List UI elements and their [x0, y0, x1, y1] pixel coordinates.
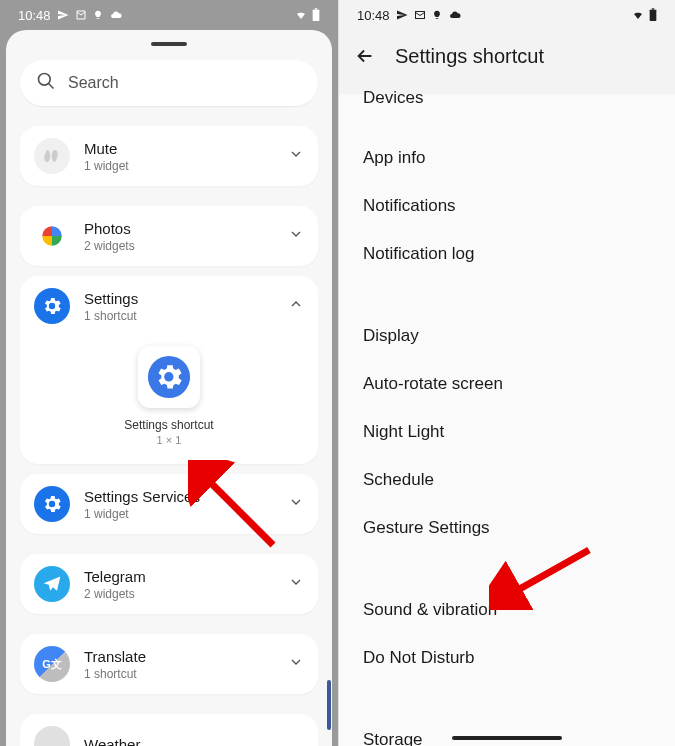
svg-rect-5 [650, 10, 657, 21]
clock: 10:48 [357, 8, 390, 23]
cloud-icon [448, 9, 462, 21]
send-icon [57, 9, 69, 21]
app-sub: 2 widgets [84, 239, 274, 253]
svg-rect-1 [315, 8, 318, 9]
widget-sheet: Mute 1 widget Photos 2 widgets [6, 30, 332, 746]
telegram-icon [34, 566, 70, 602]
shortcut-label: Settings shortcut [124, 418, 213, 432]
widget-row-mute[interactable]: Mute 1 widget [20, 126, 318, 186]
settings-icon [34, 288, 70, 324]
photos-icon [34, 218, 70, 254]
mail-icon [75, 9, 87, 21]
wifi-icon [631, 9, 645, 21]
app-name: Mute [84, 140, 274, 157]
widget-row-settings-expanded: Settings 1 shortcut Settings shortcut 1 … [20, 276, 318, 464]
title-bar: Settings shortcut [339, 30, 675, 94]
app-sub: 1 shortcut [84, 309, 274, 323]
clock: 10:48 [18, 8, 51, 23]
app-sub: 1 widget [84, 507, 274, 521]
app-name: Telegram [84, 568, 274, 585]
wifi-icon [294, 9, 308, 21]
widget-picker-screen: 10:48 [0, 0, 339, 746]
setting-item-schedule[interactable]: Schedule [363, 456, 651, 504]
setting-item-auto-rotate[interactable]: Auto-rotate screen [363, 360, 651, 408]
setting-item-notifications[interactable]: Notifications [363, 182, 651, 230]
battery-icon [649, 8, 657, 22]
setting-item-display[interactable]: Display [363, 312, 651, 360]
chevron-up-icon [288, 296, 304, 316]
app-name: Weather [84, 736, 304, 747]
bulb-icon [432, 9, 442, 21]
send-icon [396, 9, 408, 21]
cloud-icon [109, 9, 123, 21]
app-name: Photos [84, 220, 274, 237]
chevron-down-icon [288, 146, 304, 166]
app-sub: 1 shortcut [84, 667, 274, 681]
svg-point-3 [148, 356, 190, 398]
nav-handle[interactable] [452, 736, 562, 740]
chevron-down-icon [288, 494, 304, 514]
setting-item-devices[interactable]: Devices [339, 88, 675, 116]
settings-shortcut-tile[interactable] [138, 346, 200, 408]
widget-row-telegram[interactable]: Telegram 2 widgets [20, 554, 318, 614]
widget-row-translate[interactable]: G文 Translate 1 shortcut [20, 634, 318, 694]
app-name: Settings Services [84, 488, 274, 505]
app-sub: 2 widgets [84, 587, 274, 601]
setting-item-storage[interactable]: Storage [363, 716, 651, 746]
setting-item-gesture[interactable]: Gesture Settings [363, 504, 651, 552]
chevron-down-icon [288, 574, 304, 594]
svg-rect-0 [313, 10, 320, 21]
settings-list[interactable]: App info Notifications Notification log … [339, 122, 675, 746]
search-box[interactable] [20, 60, 318, 106]
weather-icon [34, 726, 70, 746]
setting-item-sound-vibration[interactable]: Sound & vibration [363, 586, 651, 634]
svg-rect-6 [652, 8, 655, 9]
widget-row-weather[interactable]: Weather [20, 714, 318, 746]
widget-list[interactable]: Mute 1 widget Photos 2 widgets [6, 116, 332, 746]
translate-icon: G文 [34, 646, 70, 682]
widget-row-photos[interactable]: Photos 2 widgets [20, 206, 318, 266]
setting-item-notification-log[interactable]: Notification log [363, 230, 651, 278]
app-sub: 1 widget [84, 159, 274, 173]
search-icon [36, 71, 56, 95]
chevron-down-icon [288, 654, 304, 674]
shortcut-dimensions: 1 × 1 [157, 434, 182, 446]
settings-services-icon [34, 486, 70, 522]
app-name: Translate [84, 648, 274, 665]
bulb-icon [93, 9, 103, 21]
scrollbar[interactable] [327, 680, 331, 730]
battery-icon [312, 8, 320, 22]
mail-icon [414, 9, 426, 21]
search-input[interactable] [68, 74, 302, 92]
page-title: Settings shortcut [395, 45, 544, 68]
setting-item-night-light[interactable]: Night Light [363, 408, 651, 456]
mute-icon [34, 138, 70, 174]
setting-item-dnd[interactable]: Do Not Disturb [363, 634, 651, 682]
settings-shortcut-screen: 10:48 Settings shortcut Devices App info… [339, 0, 675, 746]
back-button[interactable] [353, 44, 377, 68]
widget-row-settings-services[interactable]: Settings Services 1 widget [20, 474, 318, 534]
svg-point-2 [39, 74, 51, 86]
chevron-down-icon [288, 226, 304, 246]
setting-item-app-info[interactable]: App info [363, 134, 651, 182]
drag-handle[interactable] [151, 42, 187, 46]
status-bar: 10:48 [339, 0, 675, 30]
status-bar: 10:48 [0, 0, 338, 30]
widget-row-settings[interactable]: Settings 1 shortcut [20, 276, 318, 336]
app-name: Settings [84, 290, 274, 307]
